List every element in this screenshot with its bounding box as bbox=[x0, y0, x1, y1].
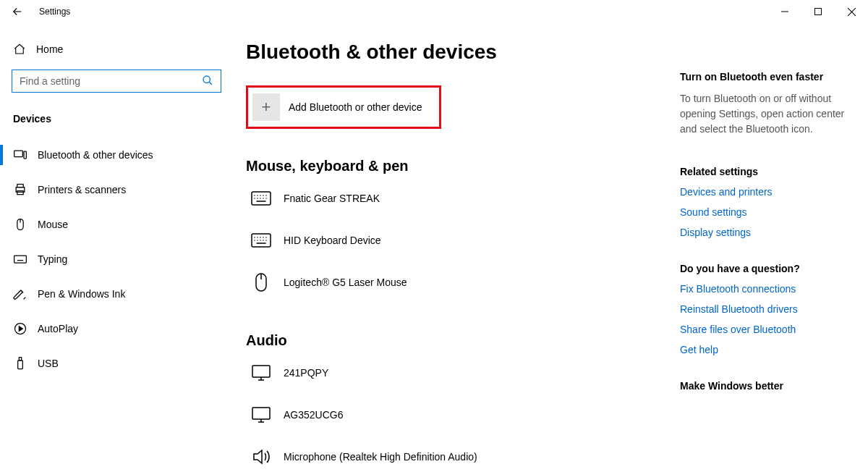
arrow-left-icon bbox=[11, 5, 24, 18]
sidebar-item-typing[interactable]: Typing bbox=[0, 243, 231, 275]
svg-rect-0 bbox=[815, 9, 822, 15]
add-device-button[interactable]: + Add Bluetooth or other device bbox=[246, 85, 441, 129]
help-link-get-help[interactable]: Get help bbox=[680, 344, 861, 355]
sidebar-item-printers[interactable]: Printers & scanners bbox=[0, 174, 231, 206]
monitor-icon bbox=[250, 362, 272, 384]
home-nav[interactable]: Home bbox=[12, 33, 231, 65]
improve-heading: Make Windows better bbox=[680, 380, 861, 392]
sidebar-item-pen[interactable]: Pen & Windows Ink bbox=[0, 278, 231, 310]
autoplay-icon bbox=[13, 321, 27, 336]
sidebar-item-bluetooth[interactable]: Bluetooth & other devices bbox=[0, 139, 231, 171]
page-title: Bluetooth & other devices bbox=[246, 41, 673, 64]
minimize-icon bbox=[781, 8, 788, 15]
help-link-fix-bluetooth[interactable]: Fix Bluetooth connections bbox=[680, 283, 861, 295]
help-link-reinstall-drivers[interactable]: Reinstall Bluetooth drivers bbox=[680, 303, 861, 315]
sidebar-item-label: Mouse bbox=[38, 219, 68, 230]
svg-rect-3 bbox=[24, 151, 26, 159]
tip-section: Turn on Bluetooth even faster To turn Bl… bbox=[680, 71, 861, 137]
svg-rect-8 bbox=[14, 256, 27, 263]
svg-rect-6 bbox=[17, 191, 23, 195]
help-link-share-files[interactable]: Share files over Bluetooth bbox=[680, 324, 861, 335]
sidebar-nav: Bluetooth & other devices Printers & sca… bbox=[12, 139, 231, 379]
related-link-display[interactable]: Display settings bbox=[680, 227, 861, 238]
speaker-icon bbox=[250, 446, 272, 468]
home-label: Home bbox=[36, 43, 63, 55]
group-title-input: Mouse, keyboard & pen bbox=[246, 158, 673, 174]
related-section: Related settings Devices and printers So… bbox=[680, 166, 861, 238]
svg-rect-15 bbox=[252, 366, 270, 377]
back-button[interactable] bbox=[0, 0, 35, 23]
device-row[interactable]: AG352UCG6 bbox=[246, 397, 673, 433]
sidebar-item-label: AutoPlay bbox=[38, 323, 78, 334]
keyboard-icon bbox=[250, 229, 272, 251]
question-heading: Do you have a question? bbox=[680, 263, 861, 274]
right-pane: Turn on Bluetooth even faster To turn Bl… bbox=[680, 71, 861, 416]
svg-rect-5 bbox=[17, 185, 23, 187]
svg-point-1 bbox=[203, 76, 210, 83]
keyboard-icon bbox=[250, 187, 272, 209]
related-heading: Related settings bbox=[680, 166, 861, 177]
improve-section: Make Windows better bbox=[680, 380, 861, 392]
search-input-container[interactable] bbox=[12, 69, 221, 93]
device-row[interactable]: Logitech® G5 Laser Mouse bbox=[246, 264, 673, 300]
tip-body: To turn Bluetooth on or off without open… bbox=[680, 91, 861, 137]
app-title: Settings bbox=[39, 7, 70, 17]
sidebar-item-label: Typing bbox=[38, 253, 67, 265]
close-icon bbox=[848, 8, 856, 16]
sidebar-item-autoplay[interactable]: AutoPlay bbox=[0, 313, 231, 345]
maximize-button[interactable] bbox=[801, 0, 835, 23]
usb-icon bbox=[13, 356, 27, 371]
group-title-audio: Audio bbox=[246, 332, 673, 349]
keyboard-icon bbox=[13, 252, 27, 266]
sidebar-item-usb[interactable]: USB bbox=[0, 347, 231, 379]
related-link-sound[interactable]: Sound settings bbox=[680, 206, 861, 218]
svg-rect-2 bbox=[14, 151, 23, 156]
svg-rect-10 bbox=[18, 361, 23, 369]
add-device-label: Add Bluetooth or other device bbox=[289, 101, 422, 113]
device-row[interactable]: Microphone (Realtek High Definition Audi… bbox=[246, 439, 673, 472]
svg-rect-11 bbox=[19, 358, 21, 361]
main-content: Bluetooth & other devices + Add Bluetoot… bbox=[246, 33, 673, 472]
search-icon bbox=[202, 75, 216, 89]
pen-icon bbox=[13, 287, 27, 301]
mouse-icon bbox=[13, 217, 27, 232]
device-label: AG352UCG6 bbox=[284, 409, 343, 421]
minimize-button[interactable] bbox=[768, 0, 801, 23]
device-row[interactable]: 241PQPY bbox=[246, 355, 673, 391]
sidebar-item-label: Pen & Windows Ink bbox=[38, 288, 125, 300]
sidebar-item-mouse[interactable]: Mouse bbox=[0, 208, 231, 240]
home-icon bbox=[13, 43, 26, 56]
device-label: Logitech® G5 Laser Mouse bbox=[284, 277, 407, 288]
question-section: Do you have a question? Fix Bluetooth co… bbox=[680, 263, 861, 355]
window-controls bbox=[768, 0, 868, 23]
sidebar-item-label: Printers & scanners bbox=[38, 184, 126, 195]
device-row[interactable]: HID Keyboard Device bbox=[246, 222, 673, 258]
device-label: Microphone (Realtek High Definition Audi… bbox=[284, 451, 477, 463]
search-input[interactable] bbox=[12, 70, 221, 92]
printer-icon bbox=[13, 182, 27, 197]
device-row[interactable]: Fnatic Gear STREAK bbox=[246, 180, 673, 216]
device-label: 241PQPY bbox=[284, 367, 328, 379]
sidebar-item-label: Bluetooth & other devices bbox=[38, 149, 153, 161]
sidebar: Home Devices Bluetooth & other devices P… bbox=[0, 33, 231, 472]
maximize-icon bbox=[814, 8, 822, 15]
svg-rect-16 bbox=[252, 408, 270, 419]
sidebar-section-title: Devices bbox=[12, 113, 231, 125]
close-button[interactable] bbox=[835, 0, 868, 23]
plus-icon: + bbox=[252, 93, 280, 121]
device-label: HID Keyboard Device bbox=[284, 235, 381, 246]
tip-heading: Turn on Bluetooth even faster bbox=[680, 71, 861, 83]
sidebar-item-label: USB bbox=[38, 358, 59, 369]
device-label: Fnatic Gear STREAK bbox=[284, 193, 380, 204]
related-link-devices-printers[interactable]: Devices and printers bbox=[680, 186, 861, 198]
devices-icon bbox=[13, 148, 27, 162]
monitor-icon bbox=[250, 404, 272, 426]
mouse-icon bbox=[250, 271, 272, 293]
titlebar: Settings bbox=[0, 0, 868, 23]
